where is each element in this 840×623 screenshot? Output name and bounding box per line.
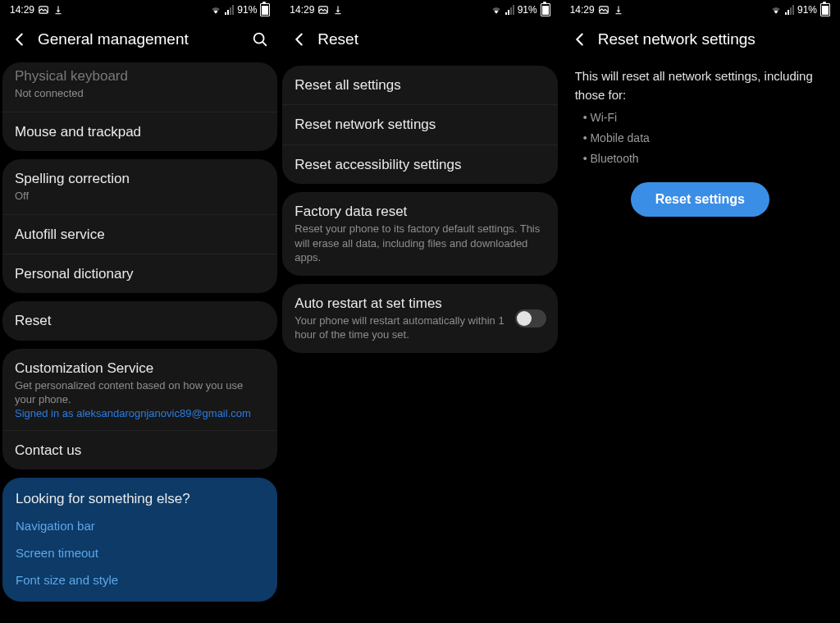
row-title: Personal dictionary	[15, 265, 265, 282]
settings-group-services: Customization ServiceGet personalized co…	[2, 349, 277, 470]
bullet-item: Mobile data	[583, 130, 825, 147]
row-subtitle: Not connected	[15, 86, 265, 101]
svg-rect-6	[615, 13, 621, 14]
reset-settings-button[interactable]: Reset settings	[631, 182, 769, 217]
row-reset-all-settings[interactable]: Reset all settings	[282, 66, 557, 104]
row-title: Reset accessibility settings	[294, 156, 545, 173]
row-reset[interactable]: Reset	[2, 301, 277, 340]
row-physical-keyboard[interactable]: Physical keyboardNot connected	[2, 62, 277, 112]
image-icon	[598, 4, 609, 16]
settings-group-auto-restart: Auto restart at set timesYour phone will…	[282, 284, 557, 353]
row-title: Spelling correction	[15, 170, 265, 187]
back-button[interactable]	[10, 30, 30, 49]
wifi-icon	[491, 4, 502, 16]
row-title: Reset all settings	[294, 76, 545, 94]
page-title: Reset	[317, 30, 550, 48]
signal-icon	[225, 5, 234, 15]
download-icon	[332, 4, 344, 16]
row-contact-us[interactable]: Contact us	[2, 430, 277, 470]
battery-icon	[260, 3, 270, 16]
search-button[interactable]	[250, 30, 270, 49]
settings-group-resets: Reset all settingsReset network settings…	[282, 66, 557, 184]
status-time: 14:29	[10, 4, 34, 16]
row-mouse-trackpad[interactable]: Mouse and trackpad	[2, 112, 277, 151]
signal-icon	[505, 5, 514, 15]
back-button[interactable]	[290, 30, 309, 49]
row-auto-restart[interactable]: Auto restart at set timesYour phone will…	[282, 284, 557, 353]
row-customization-service[interactable]: Customization ServiceGet personalized co…	[2, 349, 277, 430]
status-bar: 14:29 91%	[280, 0, 559, 20]
suggestion-link[interactable]: Navigation bar	[16, 519, 264, 533]
row-title: Factory data reset	[294, 203, 545, 220]
settings-group-text-services: Spelling correctionOffAutofill servicePe…	[2, 159, 277, 293]
row-spelling-correction[interactable]: Spelling correctionOff	[2, 159, 277, 214]
status-bar: 14:29 91%	[560, 0, 840, 20]
suggestions-card: Looking for something else? Navigation b…	[2, 478, 277, 602]
row-subtitle: Get personalized content based on how yo…	[15, 378, 265, 407]
row-title: Auto restart at set times	[294, 295, 508, 312]
row-link[interactable]: Signed in as aleksandarognjanovic89@gmai…	[15, 407, 265, 419]
intro-text: This will reset all network settings, in…	[575, 67, 825, 104]
suggestion-link[interactable]: Font size and style	[16, 573, 264, 587]
row-title: Physical keyboard	[15, 67, 265, 85]
battery-percent: 91%	[237, 4, 257, 16]
row-autofill-service[interactable]: Autofill service	[2, 214, 277, 254]
wifi-icon	[770, 4, 782, 16]
signal-icon	[785, 5, 794, 15]
row-title: Customization Service	[15, 360, 265, 377]
svg-rect-4	[336, 13, 341, 14]
download-icon	[52, 4, 64, 16]
suggestions-header: Looking for something else?	[16, 491, 264, 507]
row-title: Reset	[15, 312, 265, 329]
chevron-left-icon	[571, 30, 589, 48]
bullet-item: Bluetooth	[583, 150, 825, 167]
toggle-auto-restart[interactable]	[515, 309, 546, 328]
download-icon	[613, 4, 624, 16]
suggestion-link[interactable]: Screen timeout	[16, 546, 264, 560]
row-subtitle: Off	[15, 189, 265, 204]
image-icon	[317, 4, 329, 16]
svg-rect-1	[56, 13, 62, 14]
status-time: 14:29	[290, 4, 314, 16]
battery-icon	[541, 3, 550, 16]
bullet-item: Wi-Fi	[583, 109, 825, 126]
image-icon	[38, 4, 49, 16]
settings-group-input-devices: Physical keyboardNot connectedMouse and …	[2, 62, 277, 151]
page-title: General management	[38, 30, 250, 48]
row-factory-data-reset[interactable]: Factory data resetReset your phone to it…	[282, 192, 557, 276]
row-reset-network-settings[interactable]: Reset network settings	[282, 104, 557, 144]
search-icon	[251, 30, 269, 48]
settings-group-factory: Factory data resetReset your phone to it…	[282, 192, 557, 276]
status-bar: 14:29 91%	[0, 0, 280, 20]
row-title: Contact us	[15, 442, 265, 459]
page-title: Reset network settings	[598, 30, 830, 48]
row-subtitle: Reset your phone to its factory default …	[294, 222, 545, 265]
battery-percent: 91%	[518, 4, 537, 16]
status-time: 14:29	[570, 4, 595, 16]
row-title: Reset network settings	[294, 116, 545, 133]
back-button[interactable]	[570, 30, 590, 49]
row-title: Mouse and trackpad	[15, 123, 265, 140]
row-subtitle: Your phone will restart automatically wi…	[294, 314, 508, 342]
chevron-left-icon	[11, 30, 29, 48]
row-title: Autofill service	[15, 226, 265, 243]
battery-icon	[820, 3, 830, 16]
wifi-icon	[210, 4, 221, 16]
chevron-left-icon	[290, 30, 308, 48]
battery-percent: 91%	[797, 4, 817, 16]
row-reset-accessibility-settings[interactable]: Reset accessibility settings	[282, 144, 557, 184]
settings-group-reset: Reset	[2, 301, 277, 340]
row-personal-dictionary[interactable]: Personal dictionary	[2, 254, 277, 293]
